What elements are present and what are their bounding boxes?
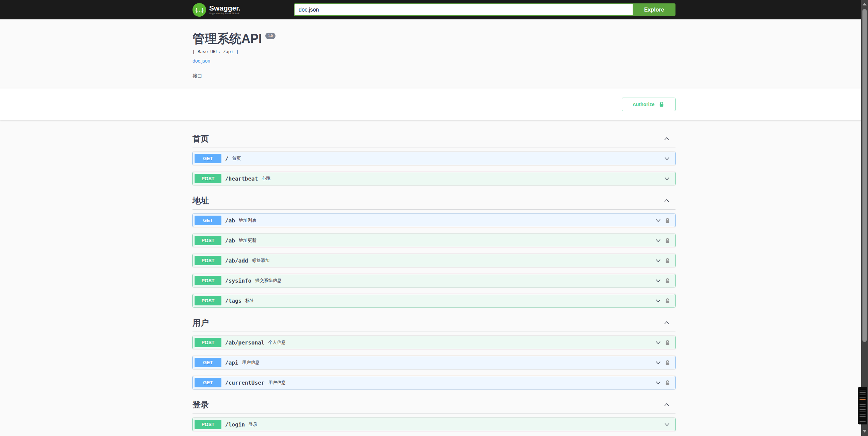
- section-operations: GET /ab 地址列表 POST /ab 地址更新: [193, 210, 675, 307]
- operation-row[interactable]: POST /ab 地址更新: [193, 234, 675, 247]
- operation-row[interactable]: GET /ab 地址列表: [193, 214, 675, 227]
- operation-summary: 地址更新: [239, 237, 256, 244]
- section-operations: POST /login 登录 POST /loginstatus 登录状态: [193, 414, 675, 436]
- authorize-button[interactable]: Authorize: [622, 98, 675, 111]
- topbar: {…} Swagger. Supported by SMARTBEAR Expl…: [0, 0, 868, 19]
- method-badge: POST: [195, 236, 221, 245]
- method-badge: GET: [195, 154, 221, 163]
- operation-summary: 标签添加: [252, 257, 269, 264]
- method-badge: GET: [195, 378, 221, 387]
- chevron-down-icon[interactable]: [664, 421, 670, 428]
- operation-row[interactable]: POST /ab/add 标签添加: [193, 254, 675, 267]
- operation-row[interactable]: GET / 首页: [193, 152, 675, 165]
- operation-summary: 标签: [245, 298, 254, 304]
- scheme-container: Authorize: [0, 88, 868, 120]
- unlock-icon[interactable]: [665, 238, 670, 244]
- operations-sections: 首页 GET / 首页 POST /heartbeat 心跳: [193, 130, 675, 436]
- operation-path: /sysinfo: [225, 278, 251, 284]
- section-header[interactable]: 地址: [193, 192, 675, 210]
- unlock-icon[interactable]: [665, 218, 670, 223]
- base-url: [ Base URL: /api ]: [193, 50, 675, 54]
- section-header[interactable]: 登录: [193, 396, 675, 414]
- operation-summary: 首页: [232, 155, 241, 162]
- chevron-down-icon[interactable]: [655, 237, 662, 244]
- operation-path: /currentUser: [225, 380, 265, 386]
- chevron-down-icon[interactable]: [655, 277, 662, 284]
- unlock-icon[interactable]: [665, 380, 670, 386]
- chevron-up-icon[interactable]: [663, 319, 670, 326]
- operation-path: /ab/add: [225, 257, 248, 264]
- operation-path: /login: [225, 421, 245, 428]
- page-title: 管理系统API1.0: [193, 31, 675, 47]
- api-description: 接口: [193, 73, 675, 79]
- operation-path: /ab: [225, 237, 235, 244]
- chevron-down-icon[interactable]: [655, 359, 662, 366]
- unlock-icon: [658, 101, 665, 107]
- scrollbar-up-arrow-icon[interactable]: [861, 1, 868, 7]
- logo-title: Swagger.: [209, 4, 240, 12]
- method-badge: POST: [195, 276, 221, 285]
- operation-path: /ab: [225, 217, 235, 224]
- info-section: 管理系统API1.0 [ Base URL: /api ] doc.json 接…: [0, 19, 868, 88]
- version-badge: 1.0: [265, 33, 276, 39]
- method-badge: POST: [195, 338, 221, 347]
- operation-summary: 提交系统信息: [255, 278, 282, 284]
- operation-row[interactable]: POST /heartbeat 心跳: [193, 172, 675, 185]
- opblock-tag-section: 地址 GET /ab 地址列表: [193, 192, 675, 307]
- operation-path: /ab/personal: [225, 339, 265, 346]
- spec-url-form: Explore: [294, 3, 675, 16]
- operation-path: /api: [225, 359, 238, 366]
- operation-row[interactable]: GET /currentUser 用户信息: [193, 376, 675, 389]
- section-operations: GET / 首页 POST /heartbeat 心跳: [193, 148, 675, 185]
- spec-link[interactable]: doc.json: [193, 58, 210, 64]
- section-title: 用户: [193, 317, 209, 328]
- unlock-icon[interactable]: [665, 360, 670, 366]
- scrollbar-down-arrow-icon[interactable]: [861, 428, 868, 435]
- chevron-down-icon[interactable]: [655, 379, 662, 386]
- section-header[interactable]: 用户: [193, 314, 675, 332]
- swagger-logo[interactable]: {…} Swagger. Supported by SMARTBEAR: [193, 3, 240, 17]
- operation-path: /: [225, 155, 229, 162]
- opblock-tag-section: 登录 POST /login 登录 POST /loginstatus 登录状态: [193, 396, 675, 436]
- scrollbar[interactable]: [861, 0, 868, 436]
- chevron-down-icon[interactable]: [664, 155, 670, 162]
- method-badge: POST: [195, 256, 221, 265]
- chevron-down-icon[interactable]: [655, 297, 662, 304]
- opblock-tag-section: 首页 GET / 首页 POST /heartbeat 心跳: [193, 130, 675, 185]
- method-badge: POST: [195, 296, 221, 305]
- api-title-text: 管理系统API: [193, 32, 262, 46]
- scrollbar-thumb[interactable]: [862, 9, 867, 342]
- operation-summary: 登录: [249, 421, 257, 427]
- spec-url-input[interactable]: [294, 3, 633, 16]
- operation-summary: 用户信息: [268, 380, 286, 386]
- operation-summary: 心跳: [262, 175, 270, 182]
- operation-row[interactable]: POST /sysinfo 提交系统信息: [193, 274, 675, 287]
- unlock-icon[interactable]: [665, 278, 670, 284]
- chevron-up-icon[interactable]: [663, 401, 670, 408]
- unlock-icon[interactable]: [665, 258, 670, 264]
- chevron-down-icon[interactable]: [664, 175, 670, 182]
- section-title: 首页: [193, 133, 209, 144]
- logo-tagline: Supported by SMARTBEAR: [209, 13, 240, 15]
- method-badge: POST: [195, 420, 221, 429]
- explore-button[interactable]: Explore: [633, 3, 675, 16]
- unlock-icon[interactable]: [665, 340, 670, 346]
- authorize-label: Authorize: [633, 102, 655, 107]
- operation-row[interactable]: GET /api 用户信息: [193, 356, 675, 369]
- opblock-tag-section: 用户 POST /ab/personal 个人信息: [193, 314, 675, 389]
- operation-row[interactable]: POST /login 登录: [193, 418, 675, 431]
- chevron-up-icon[interactable]: [663, 135, 670, 142]
- operation-row[interactable]: POST /tags 标签: [193, 294, 675, 307]
- section-header[interactable]: 首页: [193, 130, 675, 148]
- operation-path: /tags: [225, 298, 241, 304]
- chevron-down-icon[interactable]: [655, 217, 662, 224]
- operation-summary: 个人信息: [268, 339, 286, 346]
- operation-row[interactable]: POST /ab/personal 个人信息: [193, 336, 675, 349]
- section-title: 登录: [193, 399, 209, 410]
- unlock-icon[interactable]: [665, 298, 670, 304]
- chevron-down-icon[interactable]: [655, 339, 662, 346]
- scrollbar-minimap: [858, 387, 867, 424]
- operation-summary: 地址列表: [239, 217, 256, 223]
- chevron-up-icon[interactable]: [663, 197, 670, 204]
- chevron-down-icon[interactable]: [655, 257, 662, 264]
